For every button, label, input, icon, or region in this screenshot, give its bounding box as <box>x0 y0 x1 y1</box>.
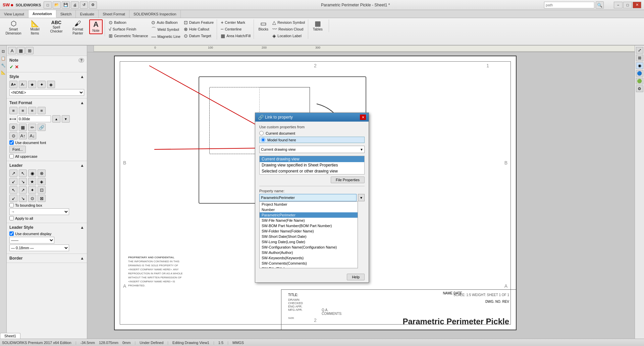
leader-style-dropdown[interactable]: → <box>9 208 69 215</box>
leader-btn-7[interactable]: ★ <box>28 178 36 185</box>
use-doc-display-check[interactable] <box>9 231 14 236</box>
print-btn[interactable]: 🖨 <box>71 1 79 9</box>
smart-dimension-btn[interactable]: ⬡ Smart Dimension <box>3 19 23 36</box>
format-btn-settings[interactable]: ⚙ <box>9 124 17 131</box>
tab-icon-3[interactable]: 🔧 <box>0 62 6 68</box>
tab-icon-4[interactable]: 📐 <box>0 69 6 75</box>
model-items-btn[interactable]: 📐 Model Items <box>25 19 45 36</box>
leader-btn-12[interactable]: ⊡ <box>38 186 46 194</box>
style-btn-2[interactable]: A- <box>19 81 27 88</box>
style-dropdown[interactable]: <NONE> <box>9 89 84 96</box>
property-dropdown-btn[interactable]: ▼ <box>358 194 365 201</box>
leader-btn-5[interactable]: ↙ <box>9 178 17 185</box>
align-right-btn[interactable]: ≡ <box>28 107 36 114</box>
centerline-btn[interactable]: ╌ Centerline <box>220 26 252 32</box>
radio-current-doc[interactable] <box>259 131 264 135</box>
right-icon-3[interactable]: ◉ <box>636 62 643 69</box>
surface-finish-btn[interactable]: √ Surface Finish <box>108 26 149 32</box>
minimize-btn[interactable]: − <box>614 2 623 8</box>
geometric-tolerance-btn[interactable]: ⊞ Geometric Tolerance <box>108 33 149 39</box>
spell-checker-btn[interactable]: ABC Spell Checker <box>46 19 66 34</box>
leader-btn-14[interactable]: ↘ <box>19 195 27 202</box>
prop-item-sw-title[interactable]: SW-Title(Title) <box>260 266 358 268</box>
leader-btn-8[interactable]: ◈ <box>38 178 46 185</box>
close-btn[interactable]: ✕ <box>633 2 641 8</box>
leader-btn-6[interactable]: ↘ <box>19 178 27 185</box>
leader-btn-16[interactable]: ⊠ <box>38 195 46 202</box>
prop-item-number[interactable]: Number <box>260 207 358 212</box>
leader-btn-2[interactable]: ↖ <box>19 169 27 177</box>
canvas-area[interactable]: // ruler ticks will be drawn by JS 0 100… <box>87 46 635 340</box>
rebuild-btn[interactable]: ↺ <box>80 1 88 9</box>
prop-item-sw-file-name[interactable]: SW-File Name(File Name) <box>260 218 358 223</box>
prop-item-sw-long-date[interactable]: SW-Long Date(Long Date) <box>260 239 358 245</box>
prop-item-sw-bom[interactable]: SW-BOM Part Number(BOM Part Number) <box>260 223 358 228</box>
note-panel-header[interactable]: Note ? <box>9 57 84 63</box>
tab-sketch[interactable]: Sketch <box>56 10 76 18</box>
bounding-box-check[interactable] <box>9 203 14 207</box>
apply-all-check[interactable] <box>9 216 14 220</box>
maximize-btn[interactable]: □ <box>623 2 632 8</box>
weld-symbol-btn[interactable]: ⌒ Weld Symbol <box>150 26 181 33</box>
right-icon-1[interactable]: ⤢ <box>636 47 643 54</box>
tables-btn[interactable]: ▦ Tables <box>311 19 324 32</box>
file-properties-btn[interactable]: File Properties <box>331 177 365 183</box>
prop-item-sw-comments[interactable]: SW-Comments(Comments) <box>260 261 358 266</box>
prop-item-sw-author[interactable]: SW-Author(Author) <box>260 250 358 255</box>
leader-btn-13[interactable]: ↙ <box>9 195 17 202</box>
prop-item-sw-short-date[interactable]: SW-Short Date(Short Date) <box>260 234 358 239</box>
line-weight-dropdown[interactable]: — 0.18mm — <box>9 245 69 251</box>
tab-sheet-format[interactable]: Sheet Format <box>99 10 129 18</box>
tab-icon-1[interactable]: ⊡ <box>0 48 6 54</box>
center-mark-btn[interactable]: + Center Mark <box>220 19 252 25</box>
path-input[interactable] <box>544 2 594 8</box>
right-icon-2[interactable]: ⊞ <box>636 55 643 61</box>
format-painter-btn[interactable]: 🖌 Format Painter <box>68 19 88 36</box>
style-btn-4[interactable]: ✦ <box>38 81 46 88</box>
align-center-btn[interactable]: ≡ <box>19 107 27 114</box>
tab-sw-inspection[interactable]: SOLIDWORKS Inspection <box>129 10 181 18</box>
align-left-btn[interactable]: ≡ <box>9 107 17 114</box>
leader-btn-3[interactable]: ◉ <box>28 169 36 177</box>
prop-item-parametric-perimeter[interactable]: ParametricPerimeter <box>260 212 358 218</box>
text-format-header[interactable]: Text Format ▲ <box>9 100 84 106</box>
line-style-dropdown[interactable]: —— <box>9 237 54 244</box>
tab-icon-2[interactable]: 📋 <box>0 55 6 61</box>
style-btn-5[interactable]: ◈ <box>47 81 55 88</box>
revision-cloud-btn[interactable]: 〰 Revision Cloud <box>271 26 306 32</box>
radio-model-here[interactable] <box>261 138 265 142</box>
prop-item-sw-keywords[interactable]: SW-Keywords(Keywords) <box>260 255 358 261</box>
panel-icon-a[interactable]: A <box>8 47 16 54</box>
uppercase-check[interactable] <box>9 154 14 158</box>
view-option-item-1[interactable]: Current drawing view <box>260 156 364 162</box>
tab-evaluate[interactable]: Evaluate <box>76 10 99 18</box>
dialog-close-btn[interactable]: ✕ <box>360 115 366 120</box>
style-btn-3[interactable]: ★ <box>28 81 36 88</box>
leader-header[interactable]: Leader ▲ <box>9 162 84 168</box>
open-btn[interactable]: 📂 <box>53 1 61 9</box>
prop-item-sw-folder[interactable]: SW-Folder Name(Folder Name) <box>260 228 358 234</box>
tab-view-layout[interactable]: View Layout <box>0 10 29 18</box>
right-icon-6[interactable]: ⚙ <box>636 85 643 92</box>
balloon-btn[interactable]: ⊙ Balloon <box>108 19 149 25</box>
format-btn-edit[interactable]: ✏ <box>28 124 36 131</box>
datum-target-btn[interactable]: ⊙ Datum Target <box>183 33 215 39</box>
view-option-item-3[interactable]: Selected component or other drawing view <box>260 168 364 174</box>
view-option-item-2[interactable]: Drawing view specified in Sheet Properti… <box>260 162 364 168</box>
size-spin-up[interactable]: ▲ <box>52 115 60 123</box>
size-input[interactable] <box>17 116 51 122</box>
style-btn-1[interactable]: A+ <box>9 81 17 88</box>
format-btn-link[interactable]: 🔗 <box>38 124 46 131</box>
magnetic-line-btn[interactable]: — Magnetic Line <box>150 33 181 40</box>
text-style-up[interactable]: A↑ <box>19 132 27 139</box>
sheet-tab-1[interactable]: Sheet1 <box>0 333 20 339</box>
align-justify-btn[interactable]: ≡ <box>38 107 46 114</box>
symbol-btn[interactable]: ⊙ <box>9 132 17 139</box>
help-btn[interactable]: Help <box>347 274 365 280</box>
leader-btn-1[interactable]: ↗ <box>9 169 17 177</box>
note-btn[interactable]: A Note <box>89 19 103 34</box>
save-btn[interactable]: 💾 <box>62 1 70 9</box>
blocks-btn[interactable]: ▭ Blocks <box>257 19 270 32</box>
tab-annotation[interactable]: Annotation <box>29 10 56 18</box>
leader-btn-11[interactable]: ✦ <box>28 186 36 194</box>
